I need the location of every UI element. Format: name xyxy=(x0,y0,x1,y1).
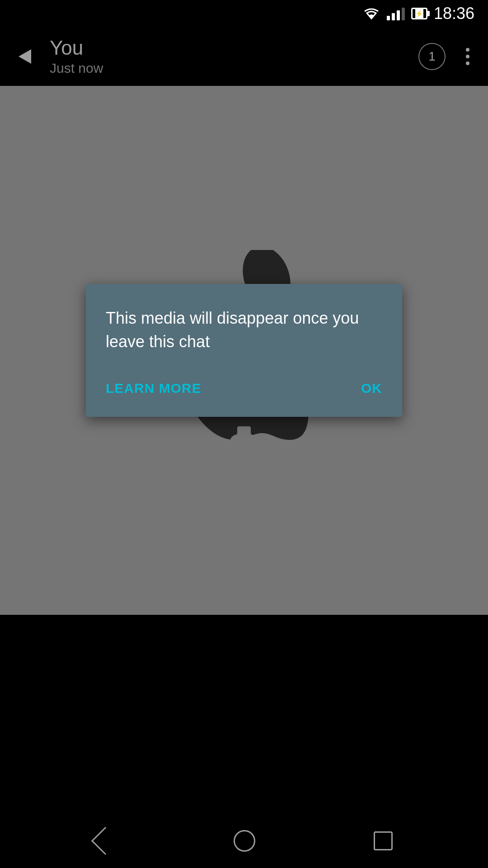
status-bar: ⚡ 18:36 xyxy=(0,0,488,27)
nav-home-button[interactable] xyxy=(234,830,255,852)
back-button[interactable] xyxy=(9,41,41,72)
nav-back-button[interactable] xyxy=(91,827,119,855)
wifi-icon xyxy=(362,7,380,20)
dot-icon xyxy=(466,61,469,65)
timer-badge[interactable]: 1 xyxy=(418,43,446,70)
dialog-overlay: This media will disappear once you leave… xyxy=(0,86,488,615)
media-area: SMARTPHINFO This media will disappear on… xyxy=(0,86,488,615)
header-actions: 1 xyxy=(418,43,479,70)
dialog-actions: LEARN MORE OK xyxy=(106,376,382,401)
contact-info: You Just now xyxy=(41,37,418,76)
learn-more-button[interactable]: LEARN MORE xyxy=(106,376,202,401)
dialog: This media will disappear once you leave… xyxy=(86,284,402,417)
battery-charging-icon: ⚡ xyxy=(415,10,423,17)
top-bar: You Just now 1 xyxy=(0,27,488,86)
more-menu-button[interactable] xyxy=(456,43,479,70)
dialog-message: This media will disappear once you leave… xyxy=(106,307,382,354)
signal-icon xyxy=(387,7,405,20)
back-arrow-icon xyxy=(19,49,31,64)
ok-button[interactable]: OK xyxy=(361,376,382,401)
bottom-nav-bar xyxy=(0,814,488,868)
nav-recents-button[interactable] xyxy=(374,831,393,850)
contact-name: You xyxy=(50,37,418,59)
status-time: 18:36 xyxy=(434,4,474,23)
dot-icon xyxy=(466,48,469,52)
battery-icon: ⚡ xyxy=(411,8,427,19)
status-icons: ⚡ 18:36 xyxy=(362,4,474,23)
contact-status: Just now xyxy=(50,61,418,76)
dot-icon xyxy=(466,55,469,58)
